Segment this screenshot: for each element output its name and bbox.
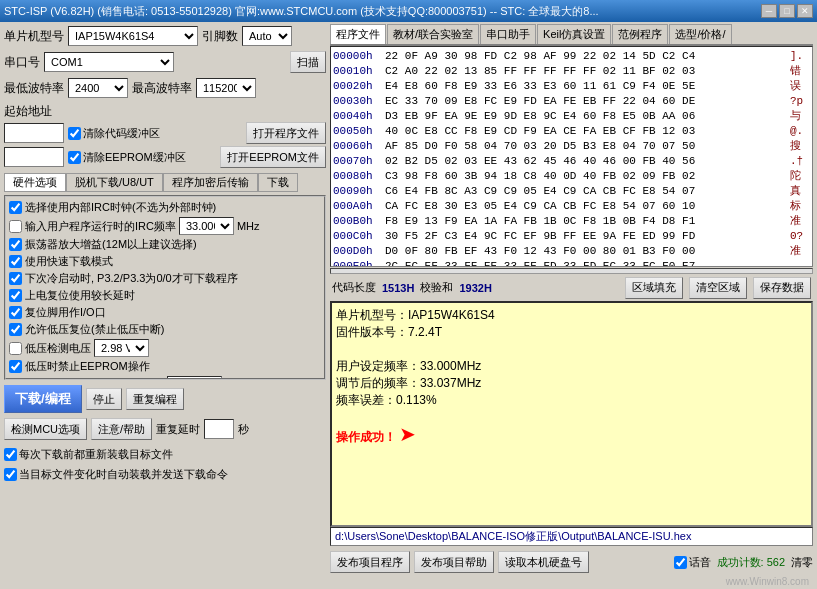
clear-count: 清零 — [791, 555, 813, 570]
option-2-check[interactable] — [9, 238, 22, 251]
left-panel: 单片机型号 IAP15W4K61S4 引脚数 Auto 串口号 COM1 扫描 … — [0, 22, 330, 589]
option-10-check[interactable] — [9, 379, 22, 381]
hex-row-9: 00090h C6 E4 FB 8C A3 C9 C9 05 E4 C9 CA … — [333, 184, 810, 199]
detect-button[interactable]: 检测MCU选项 — [4, 418, 87, 440]
output-success-line: 操作成功！ ➤ — [336, 426, 807, 446]
check-option-2: 当目标文件变化时自动装载并发送下载命令 — [4, 467, 326, 482]
clear-eeprom-label: 清除EEPROM缓冲区 — [68, 150, 186, 165]
tab-offline[interactable]: 脱机下载/U8/UT — [66, 173, 163, 192]
min-baud-label: 最低波特率 — [4, 80, 64, 97]
tab-textbook[interactable]: 教材/联合实验室 — [387, 24, 479, 44]
option-5-check[interactable] — [9, 289, 22, 302]
code-len-value: 1513H — [382, 282, 414, 294]
title-bar: STC-ISP (V6.82H) (销售电话: 0513-55012928) 官… — [0, 0, 817, 22]
retry-label: 重复延时 — [156, 422, 200, 437]
hex-row-13: 000D0h D0 0F 80 FB EF 43 F0 12 43 F0 00 … — [333, 244, 810, 259]
tab-examples[interactable]: 范例程序 — [612, 24, 668, 44]
auto-send-checkbox[interactable] — [4, 468, 17, 481]
option-6-check[interactable] — [9, 306, 22, 319]
output-line-4: 用户设定频率：33.000MHz — [336, 358, 807, 375]
watermark: www.Winwin8.com — [330, 576, 813, 587]
publish-help-button[interactable]: 发布项目帮助 — [414, 551, 494, 573]
mcu-select[interactable]: IAP15W4K61S4 — [68, 26, 198, 46]
option-9-check[interactable] — [9, 360, 22, 373]
clear-code-label: 清除代码缓冲区 — [68, 126, 160, 141]
com-row: 串口号 COM1 扫描 — [4, 51, 326, 73]
close-button[interactable]: ✕ — [797, 4, 813, 18]
tab-hardware[interactable]: 硬件选项 — [4, 173, 66, 192]
option-1-check[interactable] — [9, 220, 22, 233]
start-addr-input[interactable]: 0x0000 — [4, 123, 64, 143]
output-line-6: 频率误差：0.113% — [336, 392, 807, 409]
publish-program-button[interactable]: 发布项目程序 — [330, 551, 410, 573]
hex-row-6: 00060h AF 85 D0 F0 58 04 70 03 20 D5 B3 … — [333, 139, 810, 154]
eeprom-addr-input[interactable]: 0x0000 — [4, 147, 64, 167]
tab-keil[interactable]: Keil仿真设置 — [537, 24, 611, 44]
hex-row-0: 00000h 22 0F A9 30 98 FD C2 98 AF 99 22 … — [333, 49, 810, 64]
open-file-button[interactable]: 打开程序文件 — [246, 122, 326, 144]
max-baud-select[interactable]: 115200 — [196, 78, 256, 98]
success-arrow: ➤ — [399, 426, 416, 443]
hex-scrollbar[interactable] — [330, 268, 813, 274]
hex-row-3: 00030h EC 33 70 09 E8 FC E9 FD EA FE EB … — [333, 94, 810, 109]
port-select[interactable]: COM1 — [44, 52, 174, 72]
tab-program-file[interactable]: 程序文件 — [330, 24, 386, 44]
tab-serial[interactable]: 串口助手 — [480, 24, 536, 44]
clear-area-button[interactable]: 清空区域 — [689, 277, 747, 299]
output-line-1: 单片机型号：IAP15W4K61S4 — [336, 307, 807, 324]
hex-row-11: 000B0h F8 E9 13 F9 EA 1A FA FB 1B 0C F8 … — [333, 214, 810, 229]
stop-button[interactable]: 停止 — [86, 388, 122, 410]
irc-freq-select[interactable]: 33.000 — [179, 217, 234, 235]
bottom-btn-row: 发布项目程序 发布项目帮助 读取本机硬盘号 话音 成功计数: 562 清零 — [330, 548, 813, 576]
option-7: 允许低压复位(禁止低压中断) — [9, 322, 321, 337]
reprogram-button[interactable]: 重复编程 — [126, 388, 184, 410]
save-data-button[interactable]: 保存数据 — [753, 277, 811, 299]
hex-row-14: 000E0h 2C FC EF 33 FF EE 33 FE ED 33 FD … — [333, 259, 810, 267]
output-line-3 — [336, 341, 807, 358]
maximize-button[interactable]: □ — [779, 4, 795, 18]
hex-display[interactable]: 00000h 22 0F A9 30 98 FD C2 98 AF 99 22 … — [330, 46, 813, 267]
reload-file-checkbox[interactable] — [4, 448, 17, 461]
option-3-check[interactable] — [9, 255, 22, 268]
filepath-bar: d:\Users\Sone\Desktop\BALANCE-ISO修正版\Out… — [330, 527, 813, 546]
baud-row: 最低波特率 2400 最高波特率 115200 — [4, 78, 326, 98]
status-row: 代码长度 1513H 校验和 1932H 区域填充 清空区域 保存数据 — [330, 275, 813, 301]
tab-encrypt[interactable]: 程序加密后传输 — [163, 173, 258, 192]
hex-row-4: 00040h D3 EB 9F EA 9E E9 9D E8 9C E4 60 … — [333, 109, 810, 124]
retry-input[interactable]: 3 — [204, 419, 234, 439]
option-7-check[interactable] — [9, 323, 22, 336]
tab-download[interactable]: 下载 — [258, 173, 298, 192]
min-baud-select[interactable]: 2400 — [68, 78, 128, 98]
scan-button[interactable]: 扫描 — [290, 51, 326, 73]
success-count: 成功计数: 562 — [717, 555, 785, 570]
cpu-voltage-select[interactable]: 3.68 V — [167, 376, 222, 380]
clear-code-checkbox[interactable] — [68, 127, 81, 140]
download-button[interactable]: 下载/编程 — [4, 385, 82, 413]
tab-select[interactable]: 选型/价格/ — [669, 24, 731, 44]
option-0-check[interactable] — [9, 201, 22, 214]
minimize-button[interactable]: ─ — [761, 4, 777, 18]
max-baud-label: 最高波特率 — [132, 80, 192, 97]
open-eeprom-button[interactable]: 打开EEPROM文件 — [220, 146, 326, 168]
hex-row-5: 00050h 40 0C E8 CC F8 E9 CD F9 EA CE FA … — [333, 124, 810, 139]
talk-indicator: 话音 — [674, 555, 711, 570]
retry-unit: 秒 — [238, 422, 249, 437]
code-len-label: 代码长度 — [332, 280, 376, 295]
option-4: 下次冷启动时, P3.2/P3.3为0/0才可下载程序 — [9, 271, 321, 286]
read-hardware-button[interactable]: 读取本机硬盘号 — [498, 551, 589, 573]
option-8-check[interactable] — [9, 342, 22, 355]
help-button[interactable]: 注意/帮助 — [91, 418, 152, 440]
option-4-check[interactable] — [9, 272, 22, 285]
option-10: 选择CPU-Core最高工作电压 3.68 V — [9, 376, 321, 380]
voltage-select[interactable]: 2.98 V — [94, 339, 149, 357]
hex-row-7: 00070h 02 B2 D5 02 03 EE 43 62 45 46 40 … — [333, 154, 810, 169]
output-line-5: 调节后的频率：33.037MHz — [336, 375, 807, 392]
detect-buttons-row: 检测MCU选项 注意/帮助 重复延时 3 秒 — [4, 418, 326, 440]
right-tab-bar: 程序文件 教材/联合实验室 串口助手 Keil仿真设置 范例程序 选型/价格/ — [330, 24, 813, 46]
freq-select[interactable]: Auto — [242, 26, 292, 46]
clear-eeprom-checkbox[interactable] — [68, 151, 81, 164]
talk-check[interactable] — [674, 556, 687, 569]
sub-tab-bar: 硬件选项 脱机下载/U8/UT 程序加密后传输 下载 — [4, 173, 326, 192]
fill-button[interactable]: 区域填充 — [625, 277, 683, 299]
port-label: 串口号 — [4, 54, 40, 71]
